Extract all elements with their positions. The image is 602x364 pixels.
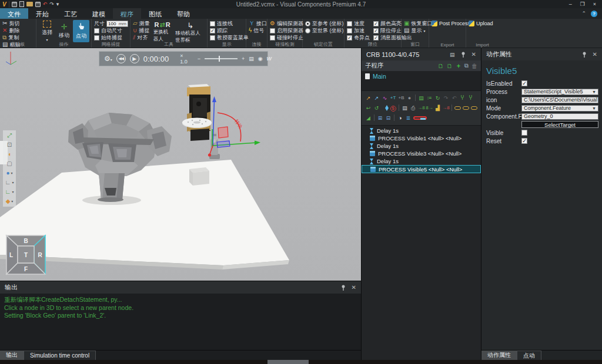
sim-speed-slider[interactable] [205,58,238,59]
undo-icon[interactable]: ↶ [43,1,48,7]
singularity-checkbox[interactable]: ✓奇异点 [347,34,370,41]
path-in-icon[interactable] [454,106,461,110]
chart-icon[interactable]: ▟ [434,105,442,112]
tab-program[interactable]: 程序 [113,8,141,19]
size-input[interactable]: 100mm [106,21,128,27]
jog-button[interactable]: 点动 [73,20,89,42]
teach-overlay-checkbox[interactable]: 教授覆盖菜单 [210,34,244,41]
select-button[interactable]: 选择 ▾ [39,20,55,42]
watermark-icon[interactable]: W [267,56,272,62]
tab-home[interactable]: 开始 [28,8,56,19]
tab-help[interactable]: 帮助 [169,8,198,19]
lighting-icon[interactable]: ◖ [8,151,11,157]
sim-speed-plus[interactable]: + [242,56,245,62]
align-button[interactable]: ⫽对齐 [133,34,150,41]
add-routine-icon[interactable]: ＋ [456,62,461,70]
wait-signal-icon[interactable]: 8→ [426,105,433,112]
visible-checkbox[interactable] [521,130,527,136]
sim-speed-slider-handle[interactable] [219,56,220,62]
open-folder-icon[interactable] [26,2,33,6]
tab-jog[interactable]: 点动 [517,350,541,360]
tab-drawing[interactable]: 图纸 [141,8,169,19]
to-reference-radio[interactable]: 至参考 (坐标) [305,20,342,27]
linear-motion-icon[interactable]: ↗ [373,95,380,102]
halt-statement-icon[interactable]: S [389,105,397,112]
add-text-icon[interactable]: +T [389,95,397,102]
edit-detectors-button[interactable]: ⚙编辑探测器 [270,20,300,27]
sim-speed-minus[interactable]: − [198,56,200,62]
connection-lines-checkbox[interactable]: 连接线 [210,20,244,27]
sim-settings-gear-icon[interactable]: ⚙▾ [104,55,112,63]
delete-routine-icon[interactable]: 🗑 [471,63,477,69]
stop-on-collision-checkbox[interactable]: 碰撞时停止 [270,34,300,41]
enable-detectors-checkbox[interactable]: 启用探测器 [270,27,300,34]
save-icon[interactable] [12,2,17,7]
cut-button[interactable]: ✂剪切 [2,20,34,27]
close-panel-icon[interactable]: ✕ [471,51,476,58]
speed-checkbox[interactable]: 速度 [347,20,370,27]
mode-select[interactable]: Component.Feature▼ [521,105,598,112]
statement-row[interactable]: Delay 1s [362,127,481,134]
component-feature-input[interactable]: Geometry_0 [521,113,598,120]
isometric-view-icon[interactable]: ◆▾ [6,198,14,204]
record-video-icon[interactable]: ◉ [258,56,263,62]
close-panel-icon[interactable]: ✕ [593,51,597,58]
copy-button[interactable]: ⧉复制 [2,34,34,41]
tab-action-properties[interactable]: 动作属性 [481,350,517,360]
break-icon[interactable]: ↩ [364,105,372,112]
redo-icon[interactable]: ↷ [49,1,54,7]
routine-main[interactable]: Main [365,73,477,80]
post-process-button[interactable]: Post Process [432,20,464,27]
collapse-ribbon-icon[interactable]: ⌃ [581,11,586,16]
attach-icon[interactable]: ⊞ [376,114,384,122]
select-target-button[interactable]: SelectTarget [521,121,598,128]
upload-button[interactable]: Upload [469,20,497,27]
path-statement-icon[interactable]: ∿ [381,95,389,102]
pin-icon[interactable] [461,52,466,58]
statement-row[interactable]: Delay 1s [362,142,481,150]
reset-signal-icon[interactable]: →8 [442,105,450,112]
ramp-icon[interactable]: ◢ [364,114,372,122]
new-routine-icon[interactable]: 🗋 [438,63,444,69]
if-branch-icon[interactable]: Ⴤ [459,95,466,102]
point-icon[interactable]: ● [406,95,413,102]
close-panel-icon[interactable]: ✕ [352,284,356,291]
zoom-fit-icon[interactable]: ⤢ [7,133,12,139]
statement-row[interactable]: PROCESS Visible3 <Null> <Null> [362,150,481,157]
minimize-button[interactable]: – [569,1,572,7]
auto-size-checkbox[interactable]: 自动尺寸 [94,27,128,34]
print-icon[interactable]: ⎙ [409,105,417,112]
render-mode-icon[interactable]: ▢ [6,161,12,167]
interface-button[interactable]: Ｙ接口 [249,20,265,27]
fill-view-icon[interactable]: ⊡ [7,142,12,148]
acceleration-checkbox[interactable]: 加速 [347,27,370,34]
measure-button[interactable]: ▱测量 [133,20,150,27]
detach-icon[interactable]: ⊟ [384,114,392,122]
continue-icon[interactable]: ↺ [373,105,380,112]
assign-variable-icon[interactable]: := [426,95,433,102]
move-button[interactable]: ✛ 移动 [56,20,72,42]
tab-output[interactable]: 输出 [0,350,24,360]
export-pdf-icon[interactable]: ▤ [249,56,254,62]
qat-dropdown-icon[interactable]: ▾ [56,1,59,7]
delete-button[interactable]: ✕删除 [2,27,34,34]
new-file-icon[interactable] [19,1,24,7]
exchange-robot-button[interactable]: R⇄R 更换机器人 [153,20,172,44]
tab-simulation-time-control[interactable]: Simulation time control [24,350,96,360]
set-signal-icon[interactable]: →8 [417,105,425,112]
jump-icon[interactable]: ↷ [442,95,450,102]
path-mid-icon[interactable] [463,106,469,110]
signals-button[interactable]: ϟ信号 [249,27,265,34]
statement-row-selected[interactable]: PROCESS Visible5 <Null> <Null> [362,165,481,173]
tab-process[interactable]: 工艺 [56,8,85,19]
while-loop-icon[interactable]: ↻ [434,95,442,102]
transport-icon[interactable]: ≣ [404,114,412,122]
help-icon[interactable]: ? [591,11,597,17]
camera-view-icon[interactable]: ●▾ [6,170,12,176]
is-enabled-checkbox[interactable]: ✓ [521,80,527,86]
comment-icon[interactable]: ▤ [401,105,409,112]
palette-icon[interactable]: ◑ [396,114,404,122]
trace-checkbox[interactable]: ✓跟踪 [210,27,244,34]
close-button[interactable]: × [593,1,596,7]
app-logo-icon[interactable]: V [2,1,9,8]
